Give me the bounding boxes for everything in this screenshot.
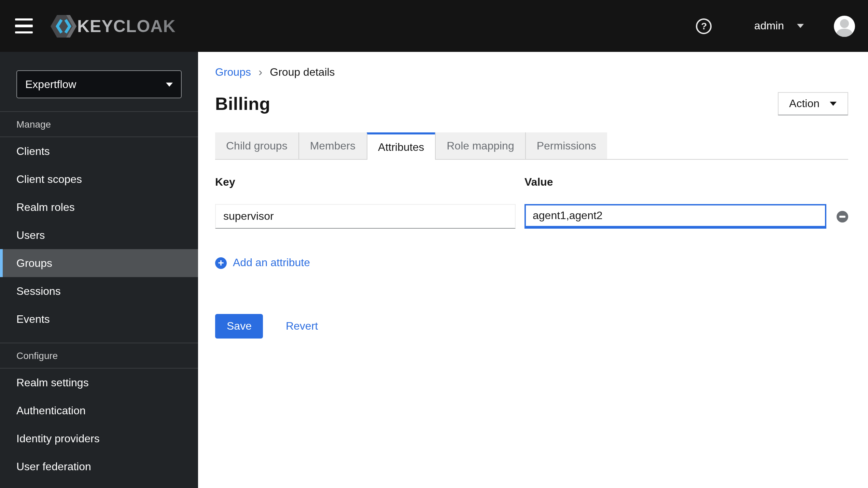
sidebar-item-authentication[interactable]: Authentication [0, 397, 198, 425]
sidebar-item-events[interactable]: Events [0, 305, 198, 333]
tab-role-mapping[interactable]: Role mapping [435, 132, 525, 159]
title-row: Billing Action [215, 92, 848, 115]
form-actions: Save Revert [215, 314, 848, 339]
tab-members[interactable]: Members [298, 132, 366, 159]
caret-down-icon [830, 102, 837, 106]
caret-down-icon [797, 24, 804, 28]
sidebar-item-client-scopes[interactable]: Client scopes [0, 165, 198, 193]
attribute-row [215, 204, 848, 229]
attributes-table-headers: Key Value [215, 176, 848, 188]
nav-list: Clients Client scopes Realm roles Users … [0, 137, 198, 333]
nav-section-manage: Manage Clients Client scopes Realm roles… [0, 112, 198, 333]
revert-button[interactable]: Revert [286, 320, 318, 332]
keycloak-logo: KEYCLOAK [51, 15, 176, 37]
remove-attribute-button[interactable] [837, 211, 848, 222]
tab-child-groups[interactable]: Child groups [215, 132, 298, 159]
sidebar-item-clients[interactable]: Clients [0, 137, 198, 165]
sidebar-item-realm-roles[interactable]: Realm roles [0, 193, 198, 221]
caret-down-icon [166, 82, 173, 86]
sidebar-item-identity-providers[interactable]: Identity providers [0, 425, 198, 453]
action-dropdown-button[interactable]: Action [778, 92, 848, 115]
main-content: Groups › Group details Billing Action Ch… [198, 52, 868, 488]
breadcrumb-groups-link[interactable]: Groups [215, 66, 251, 78]
add-attribute-label: Add an attribute [233, 257, 310, 269]
keycloak-logo-icon [51, 15, 76, 37]
user-menu-dropdown[interactable]: admin [754, 20, 804, 32]
value-column-header: Value [524, 176, 553, 188]
plus-circle-icon [215, 257, 227, 269]
sidebar-item-users[interactable]: Users [0, 221, 198, 249]
attribute-key-input[interactable] [215, 204, 516, 229]
page-layout: Expertflow Manage Clients Client scopes … [0, 52, 868, 488]
realm-selector-value: Expertflow [25, 78, 76, 90]
sidebar-item-groups[interactable]: Groups [0, 249, 198, 277]
avatar-body-icon [837, 28, 852, 37]
nav-section-title: Manage [0, 112, 198, 137]
tab-attributes[interactable]: Attributes [366, 132, 435, 160]
avatar-head-icon [840, 19, 849, 28]
realm-selector[interactable]: Expertflow [16, 70, 182, 98]
sidebar-nav: Expertflow Manage Clients Client scopes … [0, 52, 198, 488]
add-attribute-button[interactable]: Add an attribute [215, 257, 310, 269]
username: admin [754, 20, 784, 32]
sidebar-item-realm-settings[interactable]: Realm settings [0, 369, 198, 397]
tab-permissions[interactable]: Permissions [525, 132, 607, 159]
sidebar-item-user-federation[interactable]: User federation [0, 453, 198, 480]
page-title: Billing [215, 93, 270, 114]
breadcrumb-current: Group details [270, 66, 335, 78]
masthead-toolbar: ? admin [696, 15, 855, 37]
nav-list: Realm settings Authentication Identity p… [0, 369, 198, 480]
key-column-header: Key [215, 176, 524, 188]
help-icon[interactable]: ? [696, 18, 712, 34]
nav-section-title: Configure [0, 343, 198, 368]
save-button[interactable]: Save [215, 314, 263, 339]
action-dropdown-label: Action [789, 98, 820, 110]
hamburger-menu-icon[interactable] [15, 18, 33, 33]
keycloak-admin-console: KEYCLOAK ? admin Expertflow Manage [0, 0, 868, 488]
masthead: KEYCLOAK ? admin [0, 0, 868, 52]
breadcrumb-separator-icon: › [258, 66, 262, 77]
avatar[interactable] [834, 15, 855, 37]
breadcrumb: Groups › Group details [215, 52, 848, 78]
attribute-value-input[interactable] [524, 204, 826, 229]
sidebar-item-sessions[interactable]: Sessions [0, 277, 198, 305]
tab-bar: Child groups Members Attributes Role map… [215, 132, 848, 160]
nav-section-configure: Configure Realm settings Authentication … [0, 343, 198, 480]
brand-text: KEYCLOAK [77, 16, 176, 36]
